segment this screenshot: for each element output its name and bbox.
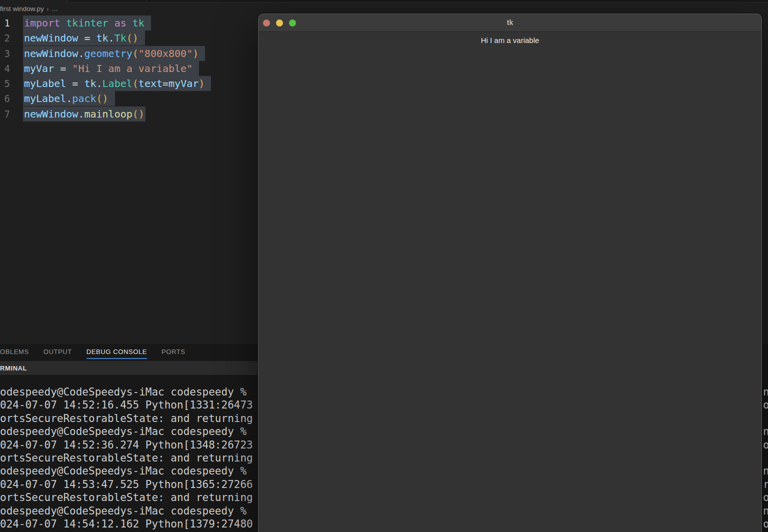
- terminal-line-fragment: [763, 412, 768, 425]
- code-token: text: [138, 78, 162, 90]
- terminal-line: odespeedy@CodeSpeedys-iMac codespeedy %: [0, 386, 256, 398]
- code-token: .: [66, 92, 72, 104]
- selection-highlight: myLabel = tk.Label(text=myVar): [23, 76, 211, 91]
- terminal-line: odespeedy@CodeSpeedys-iMac codespeedy %: [0, 425, 256, 438]
- panel-tab-output[interactable]: OUTPUT: [44, 348, 72, 356]
- code-content: newWindow = tk.Tk(): [24, 32, 145, 44]
- selection-highlight: newWindow.geometry("800x800"): [23, 46, 205, 61]
- line-number: 5: [0, 78, 10, 89]
- window-close-button[interactable]: [263, 20, 270, 26]
- code-token: (): [96, 92, 108, 104]
- terminal-line-fragment: o: [763, 398, 768, 412]
- selection-highlight: newWindow = tk.Tk(): [23, 30, 145, 46]
- window-zoom-button[interactable]: [289, 20, 296, 26]
- code-token: [90, 32, 96, 44]
- editor-code-area[interactable]: 1import tkinter as tk2newWindow = tk.Tk(…: [0, 16, 256, 122]
- tk-titlebar[interactable]: tk: [258, 14, 762, 32]
- code-line[interactable]: 6myLabel.pack(): [0, 91, 256, 106]
- code-content: import tkinter as tk: [24, 17, 151, 29]
- terminal-line: 024-07-07 14:52:16.455 Python[1331:26473: [0, 398, 256, 412]
- code-token: =: [84, 32, 90, 44]
- code-token: tk: [132, 17, 144, 29]
- panel-tab-bar: OBLEMSOUTPUTDEBUG CONSOLEPORTS: [0, 344, 186, 359]
- line-number: 3: [0, 48, 10, 59]
- window-minimize-button[interactable]: [276, 20, 283, 26]
- selection-highlight: newWindow.mainloop(): [23, 106, 146, 122]
- code-token: .: [78, 108, 84, 120]
- terminal-line: ortsSecureRestorableState: and returning: [0, 412, 256, 425]
- terminal-output[interactable]: odespeedy@CodeSpeedys-iMac codespeedy %0…: [0, 386, 256, 532]
- chevron-right-icon: ›: [46, 6, 49, 12]
- code-token: (): [126, 32, 138, 44]
- line-number: 4: [0, 63, 10, 74]
- code-line[interactable]: 3newWindow.geometry("800x800"): [0, 46, 256, 61]
- breadcrumb-symbol-ellipsis[interactable]: …: [52, 5, 58, 12]
- line-number: 1: [0, 18, 10, 28]
- breadcrumb[interactable]: first window.py › …: [0, 4, 58, 14]
- active-tab-edge: [0, 0, 68, 2]
- panel-tab-ports[interactable]: PORTS: [162, 348, 186, 356]
- breadcrumb-file[interactable]: first window.py: [0, 5, 44, 12]
- vscode-window: first window.py › … 1import tkinter as t…: [0, 0, 768, 532]
- code-token: [66, 78, 72, 90]
- code-token: "Hi I am a variable": [72, 62, 192, 74]
- panel-tab-debug-console[interactable]: DEBUG CONSOLE: [86, 348, 147, 356]
- code-token: [126, 17, 132, 29]
- tk-window-body: Hi I am a variable: [258, 32, 762, 44]
- tab-divider: [146, 0, 147, 2]
- code-token: "800x800": [138, 48, 192, 60]
- selection-highlight: myVar = "Hi I am a variable": [23, 61, 199, 76]
- code-content: newWindow.geometry("800x800"): [24, 48, 205, 60]
- selection-highlight: import tkinter as tk: [23, 16, 151, 30]
- terminal-line: 024-07-07 14:54:12.162 Python[1379:27480: [0, 518, 256, 530]
- terminal-line-fragment: n: [763, 425, 768, 438]
- tab-divider: [68, 0, 68, 2]
- code-token: as: [114, 17, 126, 29]
- code-token: =: [72, 78, 78, 90]
- code-token: newWindow: [24, 48, 78, 60]
- code-line[interactable]: 4myVar = "Hi I am a variable": [0, 61, 256, 76]
- terminal-section-header[interactable]: RMINAL: [0, 361, 258, 376]
- code-token: (: [132, 48, 138, 60]
- code-line[interactable]: 2newWindow = tk.Tk(): [0, 30, 256, 46]
- terminal-output-right-sliver: nononrono: [763, 386, 768, 532]
- terminal-line-fragment: o: [763, 491, 768, 504]
- code-token: myLabel: [24, 92, 66, 104]
- code-token: import: [24, 17, 60, 29]
- code-token: newWindow: [24, 32, 78, 44]
- line-number: 7: [0, 108, 10, 120]
- code-token: [78, 78, 84, 90]
- code-token: myVar: [168, 78, 198, 90]
- code-token: (): [132, 108, 144, 120]
- code-token: =: [162, 78, 168, 90]
- code-token: (: [132, 78, 138, 90]
- code-token: tk: [84, 78, 96, 90]
- code-line[interactable]: 5myLabel = tk.Label(text=myVar): [0, 76, 256, 91]
- code-token: pack: [72, 92, 96, 104]
- terminal-line: ortsSecureRestorableState: and returning: [0, 452, 256, 464]
- code-token: =: [60, 62, 66, 74]
- terminal-line-fragment: o: [763, 438, 768, 452]
- code-token: .: [78, 48, 84, 60]
- editor-tabbar-sliver: [0, 0, 768, 2]
- code-token: tkinter: [66, 17, 108, 29]
- code-token: [78, 32, 84, 44]
- code-line[interactable]: 7newWindow.mainloop(): [0, 106, 256, 122]
- terminal-section-label: RMINAL: [0, 364, 27, 372]
- terminal-line-fragment: n: [763, 386, 768, 398]
- code-token: [54, 62, 60, 74]
- terminal-line-fragment: o: [763, 518, 768, 530]
- code-content: myLabel.pack(): [24, 92, 115, 104]
- terminal-line-fragment: n: [763, 464, 768, 478]
- code-token: mainloop: [84, 108, 132, 120]
- terminal-line: odespeedy@CodeSpeedys-iMac codespeedy %: [0, 464, 256, 478]
- code-line[interactable]: 1import tkinter as tk: [0, 16, 256, 30]
- panel-tab-oblems[interactable]: OBLEMS: [0, 348, 29, 356]
- code-token: geometry: [84, 48, 132, 60]
- code-content: newWindow.mainloop(): [24, 108, 146, 120]
- code-token: [66, 62, 72, 74]
- code-token: newWindow: [24, 108, 78, 120]
- code-token: [60, 17, 66, 29]
- tk-window-title: tk: [258, 14, 762, 32]
- code-content: myVar = "Hi I am a variable": [24, 62, 199, 74]
